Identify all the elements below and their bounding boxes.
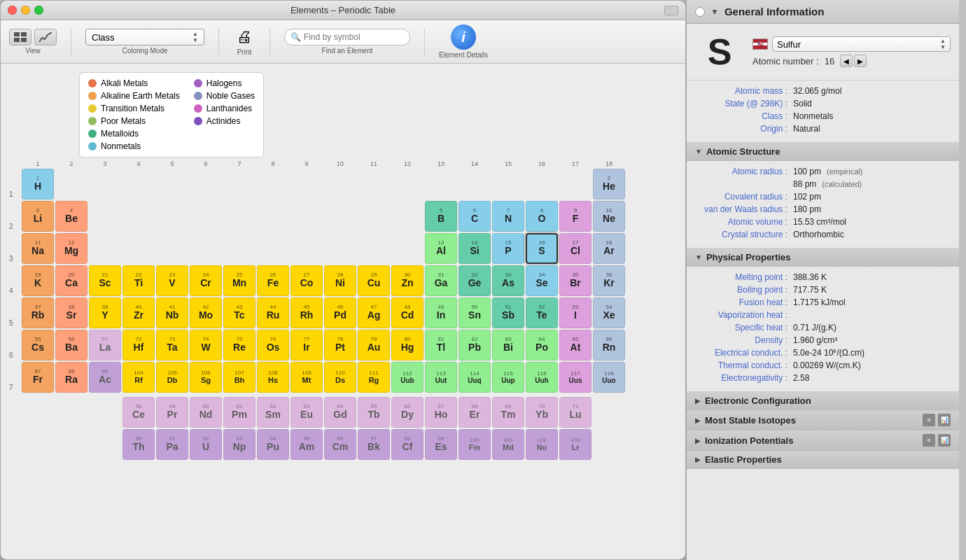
element-Rh[interactable]: 45 Rh bbox=[290, 298, 323, 328]
element-Ds[interactable]: 110 Ds bbox=[324, 362, 356, 393]
element-Ag[interactable]: 47 Ag bbox=[358, 298, 390, 328]
search-input[interactable] bbox=[304, 32, 404, 42]
element-Pb[interactable]: 82 Pb bbox=[458, 330, 491, 360]
element-Uuq[interactable]: 114 Uuq bbox=[458, 362, 491, 393]
element-Ne[interactable]: 10 Ne bbox=[593, 201, 625, 232]
element-Pd[interactable]: 46 Pd bbox=[324, 298, 356, 328]
element-F[interactable]: 9 F bbox=[559, 201, 592, 232]
element-W[interactable]: 74 W bbox=[190, 330, 222, 360]
element-No[interactable]: 102 No bbox=[526, 429, 558, 460]
element-Mn[interactable]: 25 Mn bbox=[223, 265, 255, 296]
element-Lr[interactable]: 103 Lr bbox=[559, 429, 592, 460]
list-icon[interactable]: ≡ bbox=[923, 414, 935, 426]
element-Uus[interactable]: 117 Uus bbox=[559, 362, 592, 393]
element-Os[interactable]: 76 Os bbox=[257, 330, 289, 360]
element-Ra[interactable]: 88 Ra bbox=[55, 362, 88, 393]
next-element-button[interactable]: ▶ bbox=[854, 55, 867, 67]
element-Co[interactable]: 27 Co bbox=[290, 265, 323, 296]
element-Tb[interactable]: 65 Tb bbox=[358, 397, 390, 428]
prev-element-button[interactable]: ◀ bbox=[840, 55, 853, 67]
element-Hg[interactable]: 80 Hg bbox=[391, 330, 424, 360]
element-H[interactable]: 1 H bbox=[22, 169, 54, 200]
elastic-section[interactable]: ▶ Elastic Properties bbox=[687, 451, 959, 469]
element-Bh[interactable]: 107 Bh bbox=[223, 362, 255, 393]
element-Al[interactable]: 13 Al bbox=[425, 233, 457, 264]
element-Au[interactable]: 79 Au bbox=[358, 330, 390, 360]
element-Sg[interactable]: 106 Sg bbox=[190, 362, 222, 393]
element-Lu[interactable]: 71 Lu bbox=[559, 397, 592, 428]
element-Be[interactable]: 4 Be bbox=[55, 201, 88, 232]
element-Pr[interactable]: 59 Pr bbox=[156, 397, 188, 428]
resize-handle[interactable] bbox=[664, 6, 678, 15]
element-Re[interactable]: 75 Re bbox=[223, 330, 255, 360]
element-Uut[interactable]: 113 Uut bbox=[425, 362, 457, 393]
element-Tm[interactable]: 69 Tm bbox=[492, 397, 524, 428]
element-Bk[interactable]: 97 Bk bbox=[358, 429, 390, 460]
element-O[interactable]: 8 O bbox=[526, 201, 558, 232]
element-Mg[interactable]: 12 Mg bbox=[55, 233, 88, 264]
element-details-button[interactable]: i bbox=[451, 24, 476, 50]
element-Ir[interactable]: 77 Ir bbox=[290, 330, 323, 360]
element-Ga[interactable]: 31 Ga bbox=[425, 265, 457, 296]
element-K[interactable]: 19 K bbox=[22, 265, 54, 296]
element-Pt[interactable]: 78 Pt bbox=[324, 330, 356, 360]
element-Si[interactable]: 14 Si bbox=[458, 233, 491, 264]
element-Ce[interactable]: 58 Ce bbox=[122, 397, 155, 428]
element-Cs[interactable]: 55 Cs bbox=[22, 330, 54, 360]
element-As[interactable]: 33 As bbox=[492, 265, 524, 296]
element-Br[interactable]: 35 Br bbox=[559, 265, 592, 296]
element-Sm[interactable]: 62 Sm bbox=[257, 397, 289, 428]
element-Rf[interactable]: 104 Rf bbox=[122, 362, 155, 393]
element-Uub[interactable]: 112 Uub bbox=[391, 362, 424, 393]
element-Ar[interactable]: 18 Ar bbox=[593, 233, 625, 264]
element-Pu[interactable]: 94 Pu bbox=[257, 429, 289, 460]
element-Zn[interactable]: 30 Zn bbox=[391, 265, 424, 296]
element-Ba[interactable]: 56 Ba bbox=[55, 330, 88, 360]
element-Cd[interactable]: 48 Cd bbox=[391, 298, 424, 328]
element-Ta[interactable]: 73 Ta bbox=[156, 330, 188, 360]
electronic-config-section[interactable]: ▶ Electronic Configuration bbox=[687, 392, 959, 410]
element-Cr[interactable]: 24 Cr bbox=[190, 265, 222, 296]
element-Pm[interactable]: 61 Pm bbox=[223, 397, 255, 428]
element-Mt[interactable]: 109 Mt bbox=[290, 362, 323, 393]
element-Th[interactable]: 90 Th bbox=[122, 429, 155, 460]
element-Cm[interactable]: 96 Cm bbox=[324, 429, 356, 460]
element-B[interactable]: 5 B bbox=[425, 201, 457, 232]
element-Sr[interactable]: 38 Sr bbox=[55, 298, 88, 328]
element-Te[interactable]: 52 Te bbox=[526, 298, 558, 328]
element-Sb[interactable]: 51 Sb bbox=[492, 298, 524, 328]
element-I[interactable]: 53 I bbox=[559, 298, 592, 328]
element-Yb[interactable]: 70 Yb bbox=[526, 397, 558, 428]
element-Xe[interactable]: 54 Xe bbox=[593, 298, 625, 328]
element-Ac[interactable]: 89 Ac bbox=[89, 362, 121, 393]
ionization-chart-icon[interactable]: 📊 bbox=[938, 434, 951, 447]
element-C[interactable]: 6 C bbox=[458, 201, 491, 232]
physical-properties-header[interactable]: ▼ Physical Properties bbox=[687, 248, 959, 267]
element-Cf[interactable]: 98 Cf bbox=[391, 429, 424, 460]
element-Md[interactable]: 101 Md bbox=[492, 429, 524, 460]
element-Ge[interactable]: 32 Ge bbox=[458, 265, 491, 296]
ionization-section[interactable]: ▶ Ionization Potentials ≡ 📊 bbox=[687, 430, 959, 451]
chart-view-button[interactable] bbox=[34, 29, 57, 46]
element-Db[interactable]: 105 Db bbox=[156, 362, 188, 393]
element-Fr[interactable]: 87 Fr bbox=[22, 362, 54, 393]
most-stable-section[interactable]: ▶ Most Stable Isotopes ≡ 📊 bbox=[687, 410, 959, 430]
element-Sn[interactable]: 50 Sn bbox=[458, 298, 491, 328]
collapse-triangle[interactable]: ▼ bbox=[710, 7, 719, 17]
element-Eu[interactable]: 63 Eu bbox=[290, 397, 323, 428]
element-Se[interactable]: 34 Se bbox=[526, 265, 558, 296]
element-Ni[interactable]: 28 Ni bbox=[324, 265, 356, 296]
element-Po[interactable]: 84 Po bbox=[526, 330, 558, 360]
element-Pa[interactable]: 91 Pa bbox=[156, 429, 188, 460]
element-Ho[interactable]: 67 Ho bbox=[425, 397, 457, 428]
element-Uup[interactable]: 115 Uup bbox=[492, 362, 524, 393]
element-P[interactable]: 15 P bbox=[492, 233, 524, 264]
element-Kr[interactable]: 36 Kr bbox=[593, 265, 625, 296]
close-button[interactable] bbox=[8, 6, 17, 15]
element-Y[interactable]: 39 Y bbox=[89, 298, 121, 328]
chart-icon[interactable]: 📊 bbox=[938, 414, 951, 426]
element-Tc[interactable]: 43 Tc bbox=[223, 298, 255, 328]
element-Nb[interactable]: 41 Nb bbox=[156, 298, 188, 328]
element-La[interactable]: 57 La bbox=[89, 330, 121, 360]
element-Fe[interactable]: 26 Fe bbox=[257, 265, 289, 296]
